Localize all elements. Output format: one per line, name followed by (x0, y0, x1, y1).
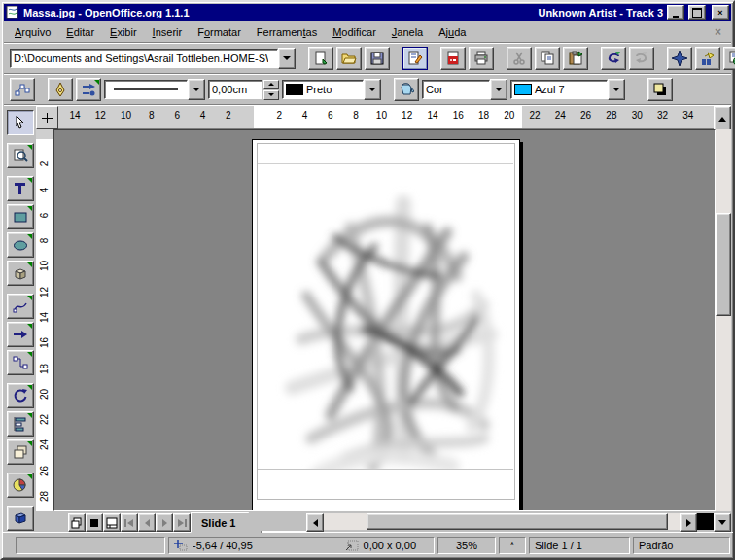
curve-tool-button[interactable] (7, 294, 34, 319)
master-view-button[interactable] (86, 513, 103, 532)
scroll-up-button[interactable] (714, 106, 731, 131)
status-style-cell[interactable]: Padrão (633, 537, 730, 554)
area-style-button[interactable] (394, 78, 419, 101)
arrow-style-button[interactable] (76, 78, 101, 101)
vertical-ruler[interactable]: 24681012141618202224262830 (36, 129, 53, 511)
drawing-canvas[interactable] (53, 129, 716, 511)
lines-arrows-tool-button[interactable] (7, 322, 34, 347)
scroll-right-button[interactable] (680, 513, 697, 532)
fill-color-dropdown-button[interactable] (608, 79, 625, 100)
menu-ferramentas[interactable]: Ferramentas (250, 24, 324, 40)
paste-icon (568, 51, 583, 66)
line-width-up-button[interactable] (263, 80, 279, 89)
arrow-left-icon (313, 519, 318, 527)
menu-janela[interactable]: Janela (385, 24, 430, 40)
slide-view-button[interactable] (68, 513, 86, 532)
scroll-tabs-left-button[interactable] (306, 513, 324, 532)
redo-button[interactable] (629, 47, 654, 70)
ruler-label: 34 (682, 110, 695, 121)
minimize-button[interactable] (667, 5, 684, 20)
maximize-button[interactable] (688, 5, 706, 20)
status-style: Padrão (639, 540, 673, 551)
longclick-indicator (27, 385, 32, 390)
menu-arquivo[interactable]: Arquivo (8, 24, 57, 40)
first-page-button[interactable] (121, 513, 138, 532)
line-width-spinner[interactable] (208, 80, 279, 100)
print-button[interactable] (469, 47, 494, 70)
last-page-button[interactable] (173, 513, 191, 532)
vertical-scrollbar-thumb[interactable] (716, 213, 731, 316)
status-zoom: 35% (456, 540, 477, 551)
close-button[interactable]: × (712, 5, 729, 20)
hyperlink-button[interactable] (723, 47, 735, 70)
open-button[interactable] (336, 47, 362, 70)
line-width-down-button[interactable] (263, 90, 279, 100)
undo-button[interactable] (601, 47, 626, 70)
line-style-combobox[interactable] (104, 79, 205, 100)
line-width-input[interactable] (212, 83, 255, 96)
select-tool-button[interactable] (7, 110, 34, 135)
fill-style-dropdown-button[interactable] (490, 79, 508, 100)
menu-modificar[interactable]: Modificar (326, 24, 383, 40)
status-zoom-cell[interactable]: 35% (438, 537, 496, 554)
tab-slide-1[interactable]: Slide 1 (191, 512, 262, 533)
edit-file-button[interactable] (402, 47, 428, 70)
close-document-button[interactable]: × (709, 25, 727, 39)
line-button[interactable] (48, 78, 73, 101)
horizontal-scrollbar-thumb[interactable] (367, 513, 668, 530)
url-dropdown-button[interactable] (278, 48, 296, 69)
rotate-tool-button[interactable] (7, 383, 34, 408)
stylist-button[interactable] (695, 47, 720, 70)
document-page[interactable] (252, 139, 520, 511)
fill-style-combobox[interactable]: Cor (422, 79, 508, 100)
menu-inserir[interactable]: Inserir (146, 24, 190, 40)
url-combobox[interactable] (10, 48, 296, 69)
line-color-dropdown-button[interactable] (364, 79, 381, 100)
line-style-dropdown-button[interactable] (188, 79, 205, 100)
ellipse-tool-button[interactable] (7, 232, 34, 258)
menu-exibir[interactable]: Exibir (103, 24, 144, 40)
effects-button[interactable] (7, 506, 34, 531)
shadow-button[interactable] (648, 78, 673, 101)
title-bar[interactable]: Massa.jpg - OpenOffice.org 1.1.1 Unknown… (4, 4, 731, 21)
menu-ajuda[interactable]: Ajuda (432, 24, 472, 40)
previous-page-button[interactable] (138, 513, 156, 532)
menu-formatar[interactable]: Formatar (191, 24, 248, 40)
alignment-button[interactable] (7, 411, 34, 437)
horizontal-scrollbar[interactable] (324, 513, 680, 530)
scroll-down-button[interactable] (714, 513, 731, 532)
vertical-scrollbar[interactable] (716, 129, 731, 511)
connector-tool-button[interactable] (7, 350, 34, 375)
layer-view-button[interactable] (103, 513, 121, 532)
zoom-tool-button[interactable] (7, 143, 34, 168)
3d-objects-tool-button[interactable] (7, 261, 34, 286)
arrange-button[interactable] (7, 439, 34, 465)
ruler-origin-button[interactable] (36, 106, 58, 129)
redo-icon (634, 51, 649, 66)
text-tool-button[interactable] (7, 176, 34, 201)
new-document-button[interactable] (308, 47, 333, 70)
url-input[interactable] (14, 52, 268, 65)
line-color-combobox[interactable]: Preto (282, 79, 381, 100)
line-style-preview (114, 88, 178, 91)
export-pdf-icon (445, 51, 461, 66)
save-button[interactable] (365, 47, 390, 70)
menu-editar[interactable]: Editar (59, 24, 101, 40)
ruler-label: 22 (528, 110, 542, 121)
navigator-icon (672, 51, 687, 66)
chevron-down-icon (495, 88, 503, 91)
insert-button[interactable] (7, 472, 34, 498)
first-page-icon (124, 518, 134, 528)
next-page-button[interactable] (156, 513, 173, 532)
navigator-button[interactable] (667, 47, 692, 70)
cut-button[interactable] (507, 47, 532, 70)
copy-button[interactable] (535, 47, 560, 70)
export-pdf-button[interactable] (440, 47, 466, 70)
horizontal-ruler[interactable]: 1412108642246810121416182022242628303234 (58, 106, 714, 129)
fill-color-combobox[interactable]: Azul 7 (510, 79, 625, 100)
arrange-icon (13, 444, 28, 460)
zoom-icon (13, 148, 28, 163)
rectangle-tool-button[interactable] (7, 204, 34, 229)
paste-button[interactable] (563, 47, 588, 70)
edit-points-button[interactable] (10, 78, 35, 101)
